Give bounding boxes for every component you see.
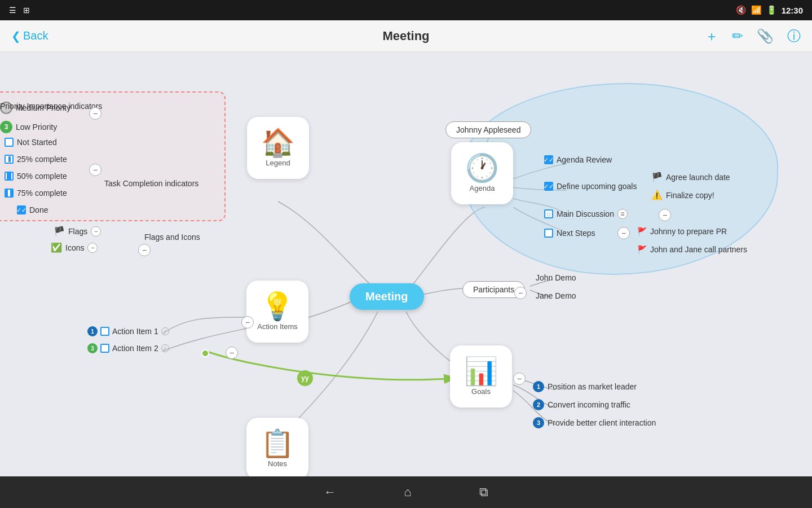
task-completion-minus[interactable]: − <box>89 164 102 176</box>
finalize-copy-item: ⚠️ Finalize copy! <box>651 190 714 200</box>
legend-node[interactable]: 🏠 Legend <box>247 117 309 179</box>
agree-launch-label: Agree launch date <box>666 173 730 182</box>
task-completion-label: Task Completion indicators <box>104 179 198 188</box>
low-priority-item: 3 Low Priority <box>0 121 57 133</box>
johnny-appleseed-label: Johnny Appleseed <box>456 125 520 134</box>
recent-nav-icon[interactable]: ⧉ <box>479 485 488 500</box>
goal2-label: Convert incoming traffic <box>548 400 630 409</box>
goals-minus[interactable]: − <box>513 373 526 385</box>
edit-button[interactable]: ✏ <box>732 28 743 44</box>
action2-badge: 3 <box>87 343 98 353</box>
goals-label: Goals <box>471 387 491 396</box>
clock: 12:30 <box>782 6 803 15</box>
menu-icon: ☰ <box>9 6 16 15</box>
expand-dot[interactable] <box>201 349 209 357</box>
define-goals-item: ✓ Define upcoming goals <box>544 182 637 191</box>
goals-icon: 📊 <box>464 358 498 385</box>
johnny-appleseed-node[interactable]: Johnny Appleseed <box>445 121 531 138</box>
yy-label: yy <box>297 370 313 386</box>
not-started-item: Not Started <box>5 138 57 147</box>
status-icons-left: ☰ ⊞ <box>9 6 30 15</box>
goal3-item: 3 Provide better client interaction <box>533 417 656 428</box>
action1-badge: 1 <box>87 326 98 336</box>
back-label[interactable]: Back <box>23 29 48 42</box>
define-goals-label: Define upcoming goals <box>557 182 637 191</box>
goal2-badge: 2 <box>533 399 544 410</box>
participants-minus[interactable]: − <box>514 287 527 299</box>
flags-icons-minus[interactable]: − <box>138 244 151 256</box>
flags-and-icons-label: Flags and Icons <box>144 233 200 242</box>
done-item: ✓ Done <box>17 205 48 214</box>
john-jane-call-label: John and Jane call partners <box>650 245 747 254</box>
icons-minus[interactable]: − <box>87 243 98 253</box>
jane-demo-label: Jane Demo <box>536 291 576 300</box>
p50-label: 50% complete <box>17 172 67 181</box>
priority-minus[interactable]: − <box>89 107 102 120</box>
p50-item: 50% complete <box>5 172 67 181</box>
main-disc-minus[interactable]: − <box>659 209 671 221</box>
attach-button[interactable]: 📎 <box>757 28 774 44</box>
mute-icon: 🔇 <box>736 5 747 15</box>
back-button[interactable]: ❮ Back <box>11 29 48 43</box>
add-button[interactable]: ＋ <box>705 27 718 45</box>
flags-minus[interactable]: − <box>91 226 101 237</box>
agenda-node[interactable]: 🕐 Agenda <box>451 142 513 204</box>
not-started-label: Not Started <box>17 138 57 147</box>
p75-label: 75% complete <box>17 189 67 198</box>
status-icons-right: 🔇 📶 🔋 12:30 <box>736 5 803 15</box>
action-items-label: Action Items <box>257 322 298 331</box>
flags-item: 🏴 Flags − <box>54 226 101 237</box>
agenda-icon: 🕐 <box>465 155 499 182</box>
notes-label: Notes <box>268 459 287 468</box>
action1-check[interactable]: ✓ <box>161 327 169 335</box>
action-items-branch-minus[interactable]: − <box>226 347 238 359</box>
p75-item: 75% complete <box>5 189 67 198</box>
back-nav-icon[interactable]: ← <box>324 485 336 500</box>
action-item-1-label: Action Item 1 <box>112 327 158 336</box>
action-item-1: 1 Action Item 1 ✓ <box>87 326 169 336</box>
finalize-copy-label: Finalize copy! <box>666 191 714 200</box>
icons-item: ✅ Icons − <box>51 242 98 253</box>
johnny-pr-item: 🚩 Johnny to prepare PR <box>637 227 727 236</box>
grid-icon: ⊞ <box>23 6 30 15</box>
done-label: Done <box>29 205 48 214</box>
goal1-label: Position as market leader <box>548 382 637 391</box>
low-priority-label: Low Priority <box>16 122 57 132</box>
mindmap-canvas: Medium Priority 3 Low Priority Priority … <box>0 52 812 508</box>
action-items-minus[interactable]: − <box>241 316 254 329</box>
goal1-badge: 1 <box>533 381 544 392</box>
action2-check[interactable]: ✓ <box>161 344 169 352</box>
goal1-item: 1 Position as market leader <box>533 381 637 392</box>
goals-node[interactable]: 📊 Goals <box>450 345 512 408</box>
battery-icon: 🔋 <box>766 5 777 15</box>
legend-icon: 🏠 <box>261 129 295 156</box>
jane-demo-item: Jane Demo <box>536 291 576 300</box>
nav-bar: ❮ Back Meeting ＋ ✏ 📎 ⓘ <box>0 20 812 52</box>
central-node[interactable]: Meeting <box>350 283 424 310</box>
action-item-2-label: Action Item 2 <box>112 344 158 353</box>
bottom-bar: ← ⌂ ⧉ <box>0 476 812 508</box>
page-title: Meeting <box>382 29 429 43</box>
participants-label: Participants <box>473 285 514 294</box>
main-discussion-item: □ Main Discussion ≡ <box>544 209 628 219</box>
legend-label: Legend <box>266 159 290 167</box>
notes-node[interactable]: 📋 Notes <box>246 418 308 480</box>
agree-launch-item: 🏴 Agree launch date <box>651 172 730 182</box>
p25-item: 25% complete <box>5 155 67 164</box>
chevron-left-icon: ❮ <box>11 29 21 43</box>
info-button[interactable]: ⓘ <box>787 27 801 45</box>
next-steps-minus[interactable]: − <box>617 227 630 239</box>
john-jane-call-item: 🚩 John and Jane call partners <box>637 245 747 254</box>
next-steps-label: Next Steps <box>557 229 595 238</box>
john-demo-item: John Demo <box>536 273 576 282</box>
agenda-review-item: ✓ Agenda Review <box>544 155 612 164</box>
central-node-label: Meeting <box>365 290 408 303</box>
wifi-icon: 📶 <box>751 5 762 15</box>
main-discussion-expand[interactable]: ≡ <box>617 209 628 219</box>
action-items-icon: 💡 <box>261 293 294 320</box>
main-discussion-label: Main Discussion <box>557 209 614 218</box>
action-items-node[interactable]: 💡 Action Items <box>246 281 308 343</box>
goal2-item: 2 Convert incoming traffic <box>533 399 630 410</box>
nav-actions: ＋ ✏ 📎 ⓘ <box>705 27 801 45</box>
home-nav-icon[interactable]: ⌂ <box>404 485 411 500</box>
